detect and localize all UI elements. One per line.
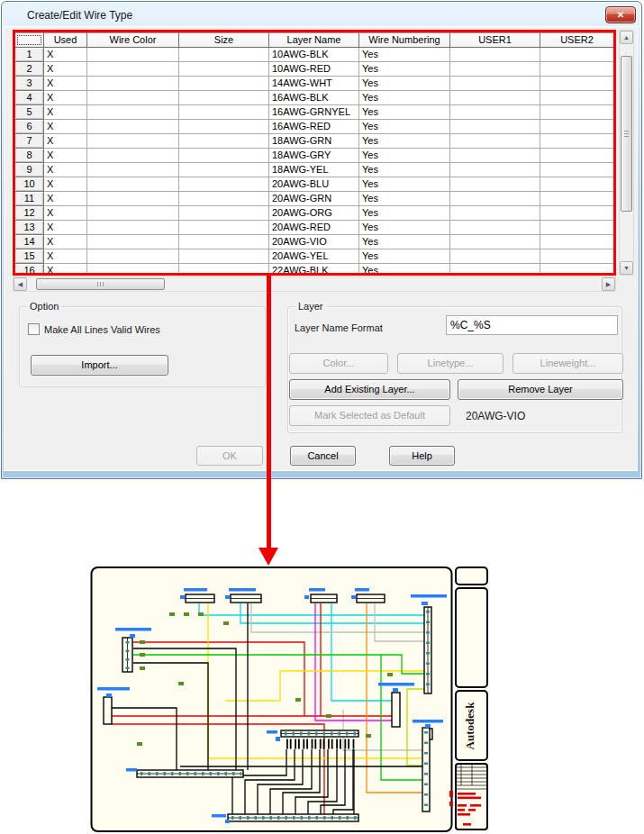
- table-cell[interactable]: [87, 62, 179, 77]
- column-header-used[interactable]: Used: [44, 32, 87, 48]
- table-cell[interactable]: Yes: [359, 62, 450, 77]
- column-header-layer-name[interactable]: Layer Name: [269, 32, 359, 48]
- table-cell[interactable]: [179, 62, 269, 77]
- table-cell[interactable]: Yes: [359, 235, 450, 249]
- table-cell[interactable]: Yes: [359, 149, 450, 163]
- table-cell[interactable]: [450, 105, 540, 120]
- scroll-up-button[interactable]: ▲: [620, 31, 633, 44]
- table-cell[interactable]: [540, 206, 613, 221]
- table-cell[interactable]: Yes: [359, 206, 450, 221]
- table-cell[interactable]: [450, 48, 540, 62]
- row-number-cell[interactable]: 16: [15, 264, 44, 273]
- cancel-button[interactable]: Cancel: [290, 446, 356, 466]
- table-cell[interactable]: 16AWG-RED: [269, 120, 359, 134]
- add-existing-layer-button[interactable]: Add Existing Layer...: [289, 379, 450, 400]
- table-cell[interactable]: [179, 134, 269, 149]
- column-header-wire-color[interactable]: Wire Color: [87, 32, 179, 48]
- table-row[interactable]: 7X18AWG-GRNYes: [15, 134, 613, 149]
- table-cell[interactable]: [87, 149, 179, 163]
- table-cell[interactable]: X: [44, 48, 87, 62]
- row-number-cell[interactable]: 11: [15, 192, 44, 206]
- table-cell[interactable]: 14AWG-WHT: [269, 77, 359, 91]
- table-cell[interactable]: [450, 235, 540, 249]
- table-row[interactable]: 6X16AWG-REDYes: [15, 120, 613, 134]
- column-header-user2[interactable]: USER2: [540, 32, 613, 48]
- row-number-cell[interactable]: 6: [15, 120, 44, 134]
- table-cell[interactable]: 10AWG-RED: [269, 62, 359, 77]
- table-row[interactable]: 2X10AWG-REDYes: [15, 62, 613, 77]
- table-cell[interactable]: [179, 77, 269, 91]
- table-cell[interactable]: X: [44, 192, 87, 206]
- table-cell[interactable]: 16AWG-GRNYEL: [269, 105, 359, 120]
- table-cell[interactable]: X: [44, 206, 87, 221]
- table-cell[interactable]: [87, 221, 179, 235]
- table-row[interactable]: 8X18AWG-GRYYes: [15, 149, 613, 163]
- table-cell[interactable]: 20AWG-YEL: [269, 249, 359, 264]
- table-cell[interactable]: [450, 249, 540, 264]
- table-cell[interactable]: X: [44, 221, 87, 235]
- vertical-scroll-thumb[interactable]: [621, 56, 632, 212]
- table-row[interactable]: 10X20AWG-BLUYes: [15, 177, 613, 192]
- table-cell[interactable]: 20AWG-BLU: [269, 177, 359, 192]
- table-cell[interactable]: X: [44, 264, 87, 273]
- import-button[interactable]: Import...: [31, 355, 168, 376]
- table-cell[interactable]: [87, 163, 179, 177]
- table-cell[interactable]: X: [44, 77, 87, 91]
- table-cell[interactable]: Yes: [359, 177, 450, 192]
- table-row[interactable]: 3X14AWG-WHTYes: [15, 77, 613, 91]
- column-header-size[interactable]: Size: [179, 32, 269, 48]
- table-cell[interactable]: [87, 235, 179, 249]
- row-number-cell[interactable]: 7: [15, 134, 44, 149]
- table-cell[interactable]: [179, 163, 269, 177]
- row-number-cell[interactable]: 12: [15, 206, 44, 221]
- row-number-cell[interactable]: 8: [15, 149, 44, 163]
- column-header-user1[interactable]: USER1: [450, 32, 540, 48]
- layer-name-format-input[interactable]: [446, 315, 618, 335]
- table-cell[interactable]: [179, 235, 269, 249]
- table-cell[interactable]: 20AWG-RED: [269, 221, 359, 235]
- horizontal-scroll-thumb[interactable]: [36, 278, 165, 290]
- remove-layer-button[interactable]: Remove Layer: [458, 379, 623, 400]
- table-cell[interactable]: [540, 62, 613, 77]
- table-cell[interactable]: Yes: [359, 91, 450, 105]
- table-cell[interactable]: [450, 163, 540, 177]
- table-cell[interactable]: [87, 206, 179, 221]
- table-cell[interactable]: [540, 91, 613, 105]
- vertical-scrollbar[interactable]: ▲ ▼: [619, 30, 634, 276]
- table-cell[interactable]: [179, 264, 269, 273]
- table-cell[interactable]: [450, 134, 540, 149]
- table-cell[interactable]: [540, 192, 613, 206]
- table-cell[interactable]: X: [44, 249, 87, 264]
- row-number-cell[interactable]: 9: [15, 163, 44, 177]
- table-cell[interactable]: [87, 77, 179, 91]
- row-number-cell[interactable]: 1: [15, 48, 44, 62]
- scroll-down-button[interactable]: ▼: [620, 261, 633, 275]
- table-cell[interactable]: [540, 249, 613, 264]
- table-row[interactable]: 13X20AWG-REDYes: [15, 221, 613, 235]
- table-cell[interactable]: X: [44, 134, 87, 149]
- table-cell[interactable]: 18AWG-GRY: [269, 149, 359, 163]
- close-button[interactable]: ✕: [605, 6, 636, 23]
- table-cell[interactable]: [179, 221, 269, 235]
- row-number-cell[interactable]: 14: [15, 235, 44, 249]
- scroll-left-button[interactable]: ◀: [14, 277, 27, 291]
- table-cell[interactable]: 22AWG-BLK: [269, 264, 359, 273]
- table-row[interactable]: 1X10AWG-BLKYes: [15, 48, 613, 62]
- table-cell[interactable]: [87, 91, 179, 105]
- table-cell[interactable]: Yes: [359, 120, 450, 134]
- table-cell[interactable]: 18AWG-GRN: [269, 134, 359, 149]
- table-row[interactable]: 15X20AWG-YELYes: [15, 249, 613, 264]
- table-cell[interactable]: [179, 192, 269, 206]
- help-button[interactable]: Help: [389, 446, 455, 466]
- table-cell[interactable]: [87, 192, 179, 206]
- table-cell[interactable]: 20AWG-VIO: [269, 235, 359, 249]
- table-cell[interactable]: 18AWG-YEL: [269, 163, 359, 177]
- table-cell[interactable]: [540, 48, 613, 62]
- table-cell[interactable]: Yes: [359, 134, 450, 149]
- table-cell[interactable]: [540, 77, 613, 91]
- table-cell[interactable]: X: [44, 105, 87, 120]
- table-cell[interactable]: [540, 134, 613, 149]
- table-cell[interactable]: 16AWG-BLK: [269, 91, 359, 105]
- dialog-titlebar[interactable]: Create/Edit Wire Type: [2, 2, 641, 28]
- table-cell[interactable]: [87, 249, 179, 264]
